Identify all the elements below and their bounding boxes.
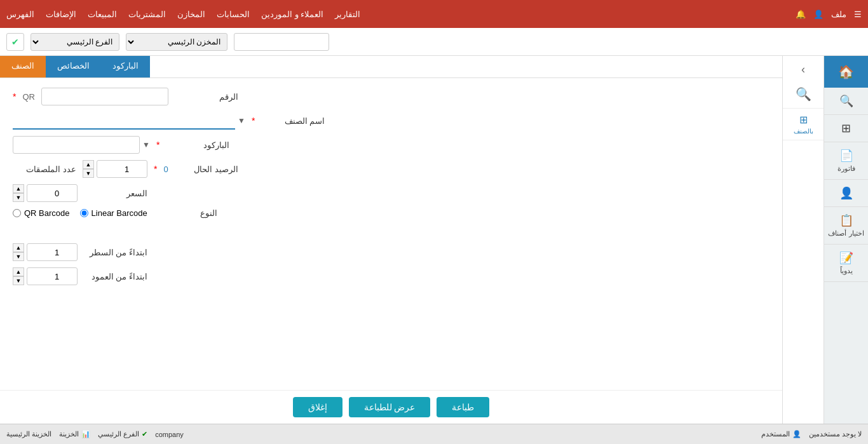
- balance-label: الرصيد الحال: [175, 165, 238, 174]
- toolbar: ✔ الفرع الرئيسي المخزن الرئيسي: [0, 28, 868, 56]
- tab-barcode[interactable]: الباركود: [101, 56, 150, 77]
- type-radio-group: QR Barcode Linear Barcode: [13, 208, 147, 218]
- name-label: اسم الصنف: [261, 116, 325, 126]
- balance-row: الرصيد الحال 0 * ▲ ▼ عدد الملصقات: [13, 160, 770, 178]
- branch-check: ✔: [142, 430, 147, 438]
- home-button[interactable]: 🏠: [824, 56, 868, 88]
- branch-select[interactable]: الفرع الرئيسي: [31, 33, 119, 51]
- warehouse-select[interactable]: المخزن الرئيسي: [126, 33, 227, 51]
- sticker-count-input[interactable]: [97, 160, 147, 178]
- sidebar-toggle[interactable]: ›: [783, 59, 824, 80]
- status-right: company ✔ الفرع الرئيسي 📊 الخزينة الخزين…: [6, 430, 184, 438]
- line-down-btn[interactable]: ▼: [13, 252, 24, 261]
- nav-links: التقارير العملاء و الموردين الحسابات الم…: [6, 10, 360, 19]
- search-input[interactable]: [234, 33, 329, 51]
- close-button[interactable]: إغلاق: [293, 397, 342, 417]
- profile-icon[interactable]: 👤: [813, 10, 824, 19]
- tab-sinf[interactable]: الصنف: [0, 56, 46, 77]
- select-label: اختيار أصناف: [828, 229, 864, 238]
- company-label: company: [155, 431, 184, 438]
- sidebar-user-item[interactable]: 👤: [824, 180, 868, 207]
- nav-item-customers[interactable]: العملاء و الموردين: [261, 10, 323, 19]
- start-line-spinner-btns: ▲ ▼: [13, 243, 24, 261]
- search-icon: 🔍: [839, 94, 853, 108]
- linear-barcode-label: Linear Barcode: [92, 208, 147, 218]
- name-row: اسم الصنف * ▼: [13, 112, 770, 130]
- nav-item-sales[interactable]: المبيعات: [88, 10, 117, 19]
- start-line-spinner: ▲ ▼: [13, 243, 78, 261]
- tabs-row: الصنف الخصائص الباركود: [0, 56, 782, 78]
- treasury-label: الخزينة: [59, 430, 79, 438]
- number-label: الرقم: [175, 92, 238, 102]
- print-button[interactable]: طباعة: [437, 397, 489, 417]
- user-status-label: المستخدم: [761, 430, 790, 438]
- start-col-label: ابتداءً من العمود: [84, 272, 147, 281]
- sidebar-by-item[interactable]: ⊞ بالصنف: [783, 109, 824, 140]
- price-input[interactable]: [27, 184, 78, 202]
- bell-icon[interactable]: 🔔: [796, 10, 806, 19]
- price-down-btn[interactable]: ▼: [13, 193, 24, 202]
- barcode-row: الباركود * ▼: [13, 136, 770, 154]
- type-label: النوع: [154, 208, 217, 218]
- dropdown-arrow: ▼: [238, 116, 245, 125]
- start-col-spinner-btns: ▲ ▼: [13, 267, 24, 285]
- line-up-btn[interactable]: ▲: [13, 243, 24, 252]
- price-spinner-btns: ▲ ▼: [13, 184, 24, 202]
- col-down-btn[interactable]: ▼: [13, 276, 24, 285]
- price-label: السعر: [84, 189, 147, 198]
- invoice-icon: 📄: [839, 149, 853, 163]
- price-spinner: ▲ ▼: [13, 184, 78, 202]
- linear-barcode-radio[interactable]: [80, 209, 88, 217]
- nav-item-index[interactable]: الفهرس: [6, 10, 34, 19]
- profile-label[interactable]: ملف: [831, 10, 846, 19]
- nav-item-accounts[interactable]: الحسابات: [217, 10, 250, 19]
- nav-item-warehouses[interactable]: المخازن: [177, 10, 205, 19]
- branch-item: ✔ الفرع الرئيسي: [98, 430, 147, 438]
- nav-item-purchases[interactable]: المشتريات: [128, 10, 166, 19]
- col-up-btn[interactable]: ▲: [13, 267, 24, 276]
- start-col-input[interactable]: [27, 267, 78, 285]
- top-nav: ☰ ملف 👤 🔔 التقارير العملاء و الموردين ال…: [0, 0, 868, 28]
- manual-label: يدوياً: [840, 267, 853, 275]
- sidebar-invoice-item[interactable]: 📄 فاتورة: [824, 142, 868, 180]
- balance-asterisk: *: [154, 164, 157, 174]
- sticker-down-btn[interactable]: ▼: [83, 169, 94, 178]
- qr-barcode-option[interactable]: QR Barcode: [13, 208, 70, 218]
- barcode-input[interactable]: [13, 136, 140, 154]
- tab-khasaes[interactable]: الخصائص: [46, 56, 101, 77]
- price-row: السعر ▲ ▼: [13, 184, 770, 202]
- sticker-label: عدد الملصقات: [13, 165, 76, 174]
- sidebar-select-item[interactable]: 📋 اختيار أصناف: [824, 207, 868, 245]
- invoice-label: فاتورة: [837, 165, 855, 173]
- nav-item-reports[interactable]: التقارير: [335, 10, 360, 19]
- price-up-btn[interactable]: ▲: [13, 184, 24, 193]
- manual-icon: 📝: [839, 251, 853, 265]
- print-preview-button[interactable]: عرض للطباعة: [349, 397, 431, 417]
- barcode-label: الباركود: [166, 140, 229, 150]
- balance-value: 0: [163, 165, 168, 174]
- content-area: الرقم QR * اسم الصنف * ▼ الباركود * ▼: [0, 78, 782, 390]
- sidebar-search-btn[interactable]: 🔍: [783, 80, 824, 109]
- qr-barcode-radio[interactable]: [13, 209, 21, 217]
- number-input[interactable]: [41, 88, 168, 105]
- sidebar-grid-item[interactable]: ⊞: [824, 115, 868, 142]
- nav-item-additions[interactable]: الإضافات: [46, 10, 76, 19]
- by-item-icon: ⊞: [799, 114, 808, 126]
- sidebar-search-item[interactable]: 🔍: [824, 88, 868, 115]
- action-bar: طباعة عرض للطباعة إغلاق: [0, 390, 782, 424]
- qr-barcode-label: QR Barcode: [24, 208, 70, 218]
- no-users-item: لا يوجد مستخدمين: [809, 430, 862, 438]
- linear-barcode-option[interactable]: Linear Barcode: [80, 208, 147, 218]
- user-item: 👤 المستخدم: [761, 430, 801, 438]
- main-treasury-item: الخزينة الرئيسية: [6, 430, 51, 438]
- main-layout: 🏠 🔍 ⊞ 📄 فاتورة 👤 📋 اختيار أصناف 📝 يدوياً…: [0, 56, 868, 424]
- name-input[interactable]: [13, 112, 235, 130]
- sticker-up-btn[interactable]: ▲: [83, 160, 94, 169]
- start-line-input[interactable]: [27, 243, 78, 261]
- main-treasury-label: الخزينة الرئيسية: [6, 430, 51, 438]
- barcode-dropdown-arrow: ▼: [142, 140, 150, 149]
- select-icon: 📋: [839, 213, 853, 227]
- sidebar-manual-item[interactable]: 📝 يدوياً: [824, 245, 868, 282]
- hamburger-icon[interactable]: ☰: [854, 10, 862, 19]
- check-button[interactable]: ✔: [6, 33, 24, 51]
